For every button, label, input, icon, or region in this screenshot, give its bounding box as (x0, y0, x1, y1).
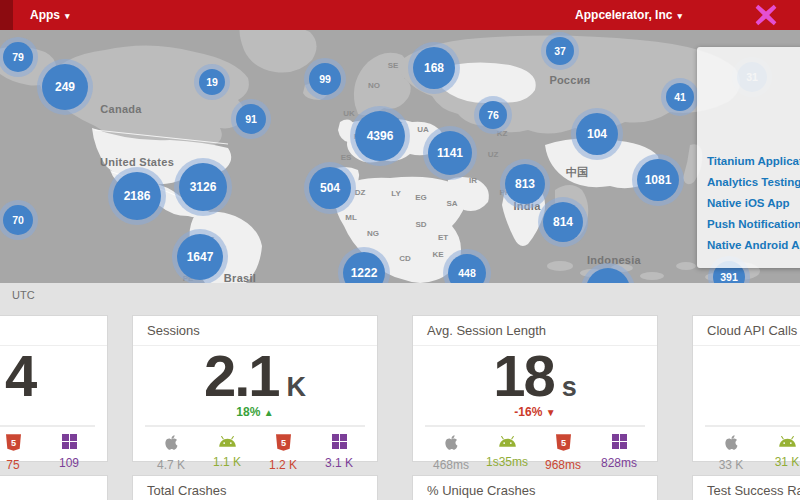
apps-dropdown-label: Apps (30, 8, 60, 22)
map-country-label: ES (341, 153, 352, 162)
html5-platform-value: 1.2 K (255, 458, 311, 472)
world-map[interactable]: Titanium ApplicatioAnalytics Testing ANa… (0, 30, 800, 283)
map-country-label: SE (388, 61, 399, 70)
map-country-label: Canada (100, 103, 142, 115)
trend-down-icon: ▼ (546, 407, 556, 418)
map-country-label: CD (399, 254, 411, 263)
svg-text:5: 5 (560, 438, 565, 448)
map-country-label: ML (345, 213, 357, 222)
app-link[interactable]: Native Android App (707, 239, 800, 251)
apple-icon (444, 434, 459, 451)
platform-breakdown-row: 33 K31 K (693, 434, 800, 472)
test-success-rate-card[interactable]: Test Success Rate (692, 475, 800, 500)
org-dropdown-label: Appcelerator, Inc (575, 8, 672, 22)
android-icon (498, 434, 517, 451)
map-cluster-marker[interactable]: 4396 (355, 111, 405, 161)
metric-card[interactable] (0, 475, 108, 500)
app-link[interactable]: Native iOS App (707, 197, 800, 209)
card-title (0, 476, 107, 500)
avg-session-length-card[interactable]: Avg. Session Length18s-16% ▼468ms1s35ms5… (412, 315, 658, 462)
apps-dropdown[interactable]: Apps ▾ (30, 0, 70, 30)
card-divider (425, 425, 645, 427)
map-cluster-marker[interactable]: 814 (543, 202, 583, 242)
apple-icon (164, 434, 179, 451)
android-icon (218, 434, 237, 451)
map-country-label: ET (438, 233, 448, 242)
apple-platform-value: 33 K (703, 458, 759, 472)
map-country-label: IR (469, 176, 477, 185)
map-cluster-marker[interactable]: 70 (3, 205, 33, 235)
chevron-down-icon: ▾ (677, 11, 682, 21)
map-cluster-marker[interactable]: 79 (3, 42, 33, 72)
map-country-label: KZ (497, 129, 508, 138)
map-country-label: UA (417, 125, 429, 134)
sessions-card[interactable]: Sessions2.1K18% ▲4.7 K1.1 K51.2 K3.1 K (132, 315, 378, 462)
card-divider (145, 425, 365, 427)
brand-square (0, 0, 13, 30)
map-country-label: EG (415, 193, 427, 202)
apps-list-panel: Titanium ApplicatioAnalytics Testing ANa… (697, 47, 800, 268)
appcelerator-x-logo-icon[interactable] (754, 3, 778, 27)
org-dropdown[interactable]: Appcelerator, Inc ▾ (575, 0, 682, 30)
html5-platform-value: 968ms (535, 458, 591, 472)
card-divider (0, 425, 95, 427)
metric-unit: K (287, 372, 307, 403)
card-divider (705, 425, 800, 427)
map-country-label: UK (343, 109, 355, 118)
cloud-api-calls-pre-card[interactable]: Cloud API Calls (Pre833 K31 K (692, 315, 800, 462)
app-link[interactable]: Titanium Applicatio (707, 155, 800, 167)
svg-text:5: 5 (10, 438, 15, 448)
map-country-label: NG (367, 229, 379, 238)
android-platform-value: 1s35ms (479, 455, 535, 469)
map-cluster-marker[interactable]: 168 (413, 47, 455, 89)
metric-card[interactable]: 4575109 (0, 315, 108, 462)
metric-change-percent: 18% (236, 405, 263, 419)
card-title: Test Success Rate (693, 476, 800, 500)
android-icon (778, 434, 797, 451)
metric-value: 4 (5, 352, 35, 400)
map-cluster-marker[interactable]: 19 (199, 69, 225, 95)
card-title: % Unique Crashes (413, 476, 657, 500)
map-cluster-marker[interactable]: 76 (479, 101, 507, 129)
map-country-label: NO (368, 81, 380, 90)
app-link[interactable]: Analytics Testing A (707, 176, 800, 188)
card-title: Sessions (133, 316, 377, 346)
windows-platform-value: 3.1 K (311, 456, 367, 470)
map-cluster-marker[interactable]: 99 (309, 63, 341, 95)
html5-platform-value: 75 (0, 458, 41, 472)
top-navigation-bar: Apps ▾ Appcelerator, Inc ▾ (0, 0, 800, 30)
apple-icon (724, 434, 739, 451)
map-cluster-marker[interactable]: 1647 (177, 234, 223, 280)
windows-icon (612, 434, 627, 451)
chevron-down-icon: ▾ (65, 11, 70, 21)
map-country-label: Россия (550, 74, 591, 86)
html5-icon: 5 (276, 434, 291, 451)
android-platform-value: 31 K (759, 455, 800, 469)
unique-crashes-card[interactable]: % Unique Crashes (412, 475, 658, 500)
windows-icon (332, 434, 347, 451)
windows-platform-value: 109 (41, 456, 97, 470)
map-country-label: 中国 (566, 165, 589, 180)
svg-text:5: 5 (280, 438, 285, 448)
windows-platform-value: 828ms (591, 456, 647, 470)
map-country-label: SA (446, 199, 457, 208)
app-link[interactable]: Push Notification T (707, 218, 800, 230)
card-title: Cloud API Calls (Pre (693, 316, 800, 346)
map-cluster-marker[interactable]: 2186 (113, 172, 161, 220)
map-cluster-marker[interactable]: 249 (42, 64, 88, 110)
map-country-label: DZ (355, 188, 366, 197)
total-crashes-card[interactable]: Total Crashes (132, 475, 378, 500)
map-cluster-marker[interactable]: 91 (236, 104, 266, 134)
map-cluster-marker[interactable]: 37 (546, 37, 574, 65)
map-cluster-marker[interactable]: 41 (666, 83, 694, 111)
map-cluster-marker[interactable]: 3126 (179, 163, 227, 211)
map-cluster-marker[interactable]: 504 (309, 167, 351, 209)
map-cluster-marker[interactable]: 1081 (637, 159, 679, 201)
windows-icon (62, 434, 77, 451)
map-cluster-marker[interactable]: 104 (576, 113, 618, 155)
map-cluster-marker[interactable]: 1141 (428, 131, 472, 175)
map-cluster-marker[interactable]: 813 (505, 164, 545, 204)
apple-platform-value: 468ms (423, 458, 479, 472)
html5-icon: 5 (556, 434, 571, 451)
metric-value: 18 (493, 352, 554, 400)
